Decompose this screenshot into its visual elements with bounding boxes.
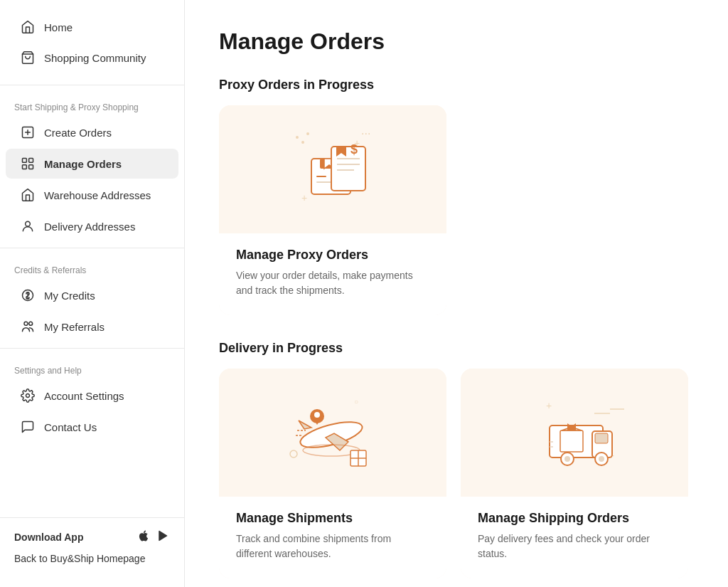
svg-point-11: [29, 322, 33, 325]
delivery-cards: ○: [219, 369, 694, 578]
svg-rect-51: [560, 430, 583, 452]
sidebar-item-manage-orders-label: Manage Orders: [44, 158, 122, 170]
svg-rect-6: [23, 165, 27, 169]
person-icon: [20, 218, 36, 234]
plus-square-icon: [20, 125, 36, 140]
apple-store-icon[interactable]: [137, 529, 150, 544]
sidebar-item-warehouse-addresses-label: Warehouse Addresses: [44, 189, 151, 201]
svg-text:+: +: [546, 400, 552, 411]
sidebar-item-my-credits-label: My Credits: [44, 290, 95, 302]
sidebar: Home Shopping Community Start Shipping &…: [0, 0, 185, 587]
sidebar-item-contact-us-label: Contact Us: [44, 421, 97, 433]
manage-shipping-orders-title: Manage Shipping Orders: [478, 511, 671, 526]
svg-point-8: [26, 221, 31, 226]
page-title: Manage Orders: [219, 28, 694, 55]
divider2: [0, 248, 184, 248]
svg-point-15: [301, 141, 304, 144]
section2-label: Credits & Referrals: [0, 254, 184, 280]
manage-shipments-title: Manage Shipments: [236, 511, 429, 526]
svg-rect-50: [595, 433, 608, 443]
sidebar-item-shopping-community[interactable]: Shopping Community: [6, 43, 178, 73]
svg-rect-5: [29, 159, 33, 163]
grid-icon: [20, 156, 36, 171]
svg-point-55: [564, 456, 570, 462]
svg-marker-53: [567, 423, 576, 430]
svg-text:○: ○: [354, 398, 358, 406]
proxy-orders-cards: ··· + + $: [219, 105, 694, 315]
divider1: [0, 85, 184, 85]
svg-point-57: [599, 456, 604, 462]
svg-text:+: +: [301, 192, 307, 203]
svg-point-12: [26, 394, 30, 398]
shopping-bag-icon: [20, 50, 36, 65]
sidebar-item-create-orders-label: Create Orders: [44, 127, 112, 139]
svg-point-30: [290, 450, 297, 458]
main-content: Manage Orders Proxy Orders in Progress ·…: [185, 0, 728, 587]
sidebar-item-warehouse-addresses[interactable]: Warehouse Addresses: [6, 180, 178, 210]
sidebar-item-my-credits[interactable]: My Credits: [6, 280, 178, 310]
sidebar-item-manage-orders[interactable]: Manage Orders: [6, 149, 178, 179]
sidebar-item-home[interactable]: Home: [6, 12, 178, 42]
manage-proxy-orders-desc: View your order details, make payments a…: [236, 268, 429, 298]
home-icon: [20, 19, 36, 35]
svg-point-14: [306, 132, 309, 135]
manage-shipping-orders-card[interactable]: + +: [461, 369, 688, 578]
manage-proxy-orders-title: Manage Proxy Orders: [236, 248, 429, 263]
divider3: [0, 348, 184, 349]
app-store-icons: [137, 529, 170, 544]
people-icon: [20, 319, 36, 334]
svg-point-10: [24, 322, 28, 325]
circle-dollar-icon: [20, 287, 36, 303]
gear-icon: [20, 388, 36, 403]
section1-label: Start Shipping & Proxy Shopping: [0, 91, 184, 117]
section1-title: Proxy Orders in Progress: [219, 78, 694, 92]
sidebar-item-delivery-addresses[interactable]: Delivery Addresses: [6, 211, 178, 241]
section2-title: Delivery in Progress: [219, 341, 694, 356]
sidebar-item-shopping-community-label: Shopping Community: [44, 52, 146, 64]
sidebar-item-my-referrals[interactable]: My Referrals: [6, 312, 178, 342]
manage-shipments-desc: Track and combine shipments from differe…: [236, 532, 429, 561]
manage-shipments-card-body: Manage Shipments Track and combine shipm…: [219, 497, 446, 578]
sidebar-item-contact-us[interactable]: Contact Us: [6, 412, 178, 442]
manage-shipping-orders-card-body: Manage Shipping Orders Pay delivery fees…: [461, 497, 688, 578]
sidebar-item-account-settings[interactable]: Account Settings: [6, 381, 178, 411]
manage-shipments-image: ○: [219, 369, 446, 497]
download-app-label: Download App: [14, 532, 83, 543]
sidebar-item-create-orders[interactable]: Create Orders: [6, 117, 178, 147]
manage-proxy-orders-image: ··· + + $: [219, 105, 446, 233]
sidebar-item-my-referrals-label: My Referrals: [44, 321, 105, 333]
svg-text:$: $: [350, 142, 358, 157]
sidebar-item-account-settings-label: Account Settings: [44, 390, 124, 402]
sidebar-item-home-label: Home: [44, 21, 73, 33]
play-store-icon[interactable]: [157, 529, 170, 544]
svg-point-13: [296, 136, 299, 139]
svg-marker-34: [299, 421, 311, 429]
download-app-row: Download App: [14, 529, 170, 544]
svg-rect-4: [23, 159, 27, 163]
home2-icon: [20, 187, 36, 203]
section3-label: Settings and Help: [0, 354, 184, 380]
svg-point-37: [314, 412, 320, 418]
manage-proxy-orders-card[interactable]: ··· + + $: [219, 105, 446, 315]
svg-text:···: ···: [361, 127, 370, 139]
sidebar-bottom: Download App Back to Buy&Ship Homepage: [0, 517, 184, 576]
svg-rect-7: [29, 165, 33, 169]
manage-shipping-orders-desc: Pay delivery fees and check your order s…: [478, 532, 671, 561]
chat-icon: [20, 419, 36, 435]
manage-shipments-card[interactable]: ○: [219, 369, 446, 578]
sidebar-item-delivery-addresses-label: Delivery Addresses: [44, 221, 135, 233]
back-to-homepage[interactable]: Back to Buy&Ship Homepage: [14, 553, 170, 564]
manage-proxy-orders-card-body: Manage Proxy Orders View your order deta…: [219, 233, 446, 315]
manage-shipping-orders-image: + +: [461, 369, 688, 497]
